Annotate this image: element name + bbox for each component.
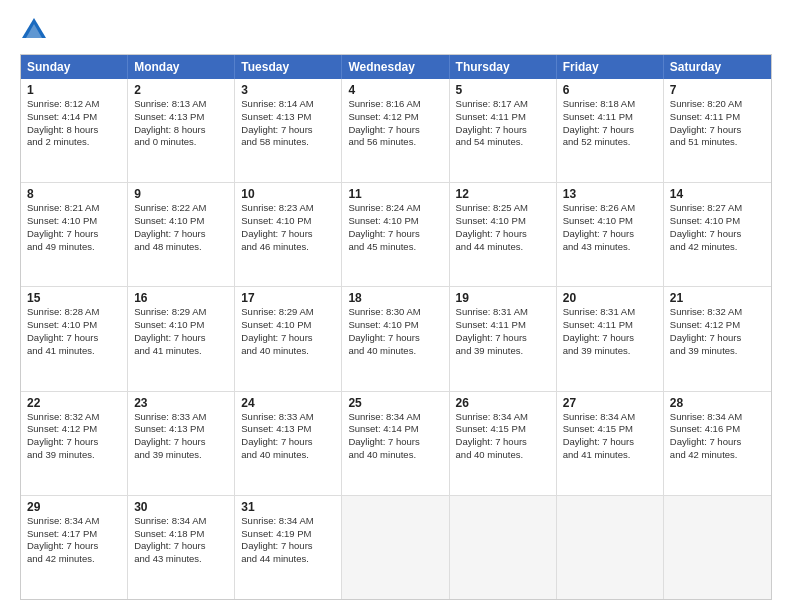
day-number: 27 (563, 396, 657, 410)
calendar-cell: 26Sunrise: 8:34 AMSunset: 4:15 PMDayligh… (450, 392, 557, 495)
header-cell-sunday: Sunday (21, 55, 128, 79)
cell-line: Sunset: 4:10 PM (348, 215, 442, 228)
cell-line: and 48 minutes. (134, 241, 228, 254)
cell-line: Sunrise: 8:34 AM (27, 515, 121, 528)
cell-line: Sunrise: 8:24 AM (348, 202, 442, 215)
calendar-cell: 25Sunrise: 8:34 AMSunset: 4:14 PMDayligh… (342, 392, 449, 495)
cell-line: and 44 minutes. (241, 553, 335, 566)
cell-line: Daylight: 7 hours (241, 228, 335, 241)
cell-line: Sunset: 4:14 PM (348, 423, 442, 436)
cell-line: Daylight: 7 hours (348, 124, 442, 137)
calendar-cell: 8Sunrise: 8:21 AMSunset: 4:10 PMDaylight… (21, 183, 128, 286)
cell-line: and 52 minutes. (563, 136, 657, 149)
cell-line: Sunset: 4:13 PM (241, 423, 335, 436)
day-number: 26 (456, 396, 550, 410)
cell-line: Daylight: 7 hours (456, 228, 550, 241)
cell-line: Daylight: 7 hours (134, 540, 228, 553)
cell-line: and 43 minutes. (134, 553, 228, 566)
cell-line: and 40 minutes. (456, 449, 550, 462)
calendar-cell: 29Sunrise: 8:34 AMSunset: 4:17 PMDayligh… (21, 496, 128, 599)
header-cell-monday: Monday (128, 55, 235, 79)
calendar-cell: 28Sunrise: 8:34 AMSunset: 4:16 PMDayligh… (664, 392, 771, 495)
calendar-cell: 3Sunrise: 8:14 AMSunset: 4:13 PMDaylight… (235, 79, 342, 182)
cell-line: and 39 minutes. (563, 345, 657, 358)
cell-line: Sunset: 4:13 PM (241, 111, 335, 124)
day-number: 5 (456, 83, 550, 97)
cell-line: Sunset: 4:10 PM (27, 319, 121, 332)
cell-line: and 58 minutes. (241, 136, 335, 149)
cell-line: Sunrise: 8:13 AM (134, 98, 228, 111)
calendar-row: 29Sunrise: 8:34 AMSunset: 4:17 PMDayligh… (21, 496, 771, 599)
cell-line: Sunset: 4:10 PM (241, 215, 335, 228)
cell-line: and 39 minutes. (670, 345, 765, 358)
cell-line: and 42 minutes. (670, 449, 765, 462)
cell-line: Sunset: 4:11 PM (563, 111, 657, 124)
cell-line: Daylight: 7 hours (670, 332, 765, 345)
calendar-cell: 22Sunrise: 8:32 AMSunset: 4:12 PMDayligh… (21, 392, 128, 495)
day-number: 4 (348, 83, 442, 97)
cell-line: Sunset: 4:17 PM (27, 528, 121, 541)
calendar-body: 1Sunrise: 8:12 AMSunset: 4:14 PMDaylight… (21, 79, 771, 599)
cell-line: and 44 minutes. (456, 241, 550, 254)
calendar-row: 15Sunrise: 8:28 AMSunset: 4:10 PMDayligh… (21, 287, 771, 391)
day-number: 24 (241, 396, 335, 410)
cell-line: Sunset: 4:10 PM (563, 215, 657, 228)
cell-line: Daylight: 7 hours (27, 540, 121, 553)
day-number: 9 (134, 187, 228, 201)
cell-line: Sunset: 4:11 PM (456, 111, 550, 124)
cell-line: Sunset: 4:11 PM (563, 319, 657, 332)
cell-line: and 43 minutes. (563, 241, 657, 254)
day-number: 21 (670, 291, 765, 305)
cell-line: and 39 minutes. (456, 345, 550, 358)
cell-line: and 42 minutes. (27, 553, 121, 566)
calendar: SundayMondayTuesdayWednesdayThursdayFrid… (20, 54, 772, 600)
cell-line: Daylight: 8 hours (27, 124, 121, 137)
cell-line: Daylight: 7 hours (241, 124, 335, 137)
cell-line: and 54 minutes. (456, 136, 550, 149)
header-cell-tuesday: Tuesday (235, 55, 342, 79)
cell-line: Sunset: 4:15 PM (456, 423, 550, 436)
day-number: 30 (134, 500, 228, 514)
cell-line: Sunset: 4:10 PM (134, 215, 228, 228)
cell-line: Sunset: 4:13 PM (134, 111, 228, 124)
cell-line: Daylight: 7 hours (563, 436, 657, 449)
calendar-row: 22Sunrise: 8:32 AMSunset: 4:12 PMDayligh… (21, 392, 771, 496)
day-number: 8 (27, 187, 121, 201)
cell-line: Sunrise: 8:34 AM (456, 411, 550, 424)
cell-line: and 39 minutes. (134, 449, 228, 462)
calendar-cell: 17Sunrise: 8:29 AMSunset: 4:10 PMDayligh… (235, 287, 342, 390)
cell-line: Daylight: 7 hours (27, 332, 121, 345)
cell-line: and 40 minutes. (348, 345, 442, 358)
logo-icon (20, 16, 48, 44)
cell-line: Daylight: 7 hours (134, 436, 228, 449)
cell-line: and 56 minutes. (348, 136, 442, 149)
cell-line: Sunrise: 8:25 AM (456, 202, 550, 215)
cell-line: Daylight: 7 hours (241, 436, 335, 449)
cell-line: and 49 minutes. (27, 241, 121, 254)
cell-line: and 41 minutes. (27, 345, 121, 358)
cell-line: Sunrise: 8:16 AM (348, 98, 442, 111)
day-number: 11 (348, 187, 442, 201)
page: SundayMondayTuesdayWednesdayThursdayFrid… (0, 0, 792, 612)
cell-line: Sunset: 4:12 PM (670, 319, 765, 332)
cell-line: and 45 minutes. (348, 241, 442, 254)
day-number: 31 (241, 500, 335, 514)
cell-line: Daylight: 7 hours (456, 124, 550, 137)
cell-line: Sunrise: 8:17 AM (456, 98, 550, 111)
cell-line: Sunrise: 8:21 AM (27, 202, 121, 215)
calendar-cell: 10Sunrise: 8:23 AMSunset: 4:10 PMDayligh… (235, 183, 342, 286)
day-number: 2 (134, 83, 228, 97)
day-number: 20 (563, 291, 657, 305)
calendar-cell (450, 496, 557, 599)
day-number: 25 (348, 396, 442, 410)
cell-line: Daylight: 7 hours (670, 124, 765, 137)
cell-line: Sunset: 4:12 PM (27, 423, 121, 436)
cell-line: Daylight: 7 hours (670, 228, 765, 241)
day-number: 3 (241, 83, 335, 97)
calendar-cell: 24Sunrise: 8:33 AMSunset: 4:13 PMDayligh… (235, 392, 342, 495)
cell-line: Daylight: 7 hours (348, 228, 442, 241)
cell-line: Sunset: 4:12 PM (348, 111, 442, 124)
cell-line: Sunrise: 8:27 AM (670, 202, 765, 215)
cell-line: Daylight: 7 hours (241, 332, 335, 345)
calendar-cell: 4Sunrise: 8:16 AMSunset: 4:12 PMDaylight… (342, 79, 449, 182)
